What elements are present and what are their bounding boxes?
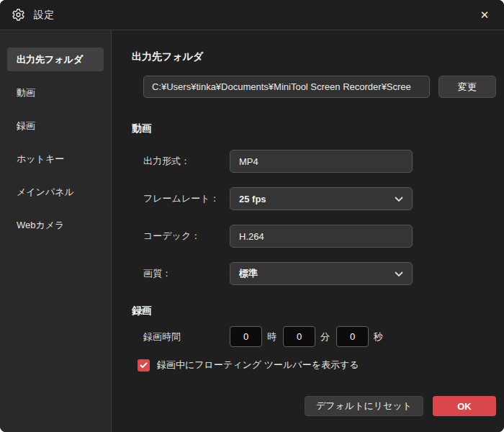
seconds-input[interactable] <box>336 326 369 347</box>
floating-toolbar-checkbox-label: 録画中にフローティング ツールバーを表示する <box>157 359 359 372</box>
quality-label: 画質： <box>143 267 230 280</box>
minutes-input[interactable] <box>283 326 315 347</box>
duration-label: 録画時間 <box>143 330 230 343</box>
frame-rate-value: 25 fps <box>239 194 266 204</box>
floating-toolbar-checkbox-row[interactable]: 録画中にフローティング ツールバーを表示する <box>138 359 496 372</box>
window-title: 設定 <box>34 9 55 22</box>
output-format-label: 出力形式： <box>143 155 230 168</box>
check-icon <box>140 362 148 369</box>
checked-checkbox[interactable] <box>138 359 150 372</box>
sidebar-item-main-panel[interactable]: メインパネル <box>7 180 104 204</box>
codec-input[interactable] <box>230 225 413 248</box>
quality-value: 標準 <box>239 267 258 280</box>
frame-rate-dropdown[interactable]: 25 fps <box>230 187 413 210</box>
section-heading-output-folder: 出力先フォルダ <box>132 50 496 63</box>
sidebar: 出力先フォルダ 動画 録画 ホットキー メインパネル Webカメラ <box>0 30 112 432</box>
footer: デフォルトにリセット OK <box>305 396 496 416</box>
seconds-unit-label: 秒 <box>374 330 383 343</box>
section-heading-recording: 録画 <box>132 305 496 318</box>
settings-content: 出力先フォルダ 変更 動画 出力形式： フレームレート： 25 fps <box>112 30 504 432</box>
change-folder-button[interactable]: 変更 <box>438 76 496 98</box>
sidebar-item-hotkeys[interactable]: ホットキー <box>7 147 104 171</box>
ok-button[interactable]: OK <box>433 396 496 416</box>
gear-icon <box>12 8 25 22</box>
frame-rate-label: フレームレート： <box>143 192 230 205</box>
close-icon[interactable]: ✕ <box>475 6 494 24</box>
quality-dropdown[interactable]: 標準 <box>230 262 413 285</box>
sidebar-item-output-folder[interactable]: 出力先フォルダ <box>7 48 104 71</box>
output-format-input[interactable] <box>230 150 413 173</box>
chevron-down-icon <box>395 269 403 279</box>
minutes-unit-label: 分 <box>320 330 330 343</box>
titlebar: 設定 ✕ <box>0 0 504 30</box>
codec-label: コーデック： <box>143 230 230 243</box>
hours-unit-label: 時 <box>267 330 276 343</box>
settings-window: 設定 ✕ 出力先フォルダ 動画 録画 ホットキー メインパネル Webカメラ 出… <box>0 0 504 432</box>
reset-to-default-button[interactable]: デフォルトにリセット <box>305 396 423 416</box>
output-path-input[interactable] <box>143 76 430 98</box>
sidebar-item-webcam[interactable]: Webカメラ <box>7 213 104 237</box>
sidebar-item-video[interactable]: 動画 <box>7 81 104 104</box>
sidebar-item-recording[interactable]: 録画 <box>7 114 104 138</box>
chevron-down-icon <box>395 194 403 204</box>
hours-input[interactable] <box>230 326 262 347</box>
section-heading-video: 動画 <box>132 122 496 135</box>
